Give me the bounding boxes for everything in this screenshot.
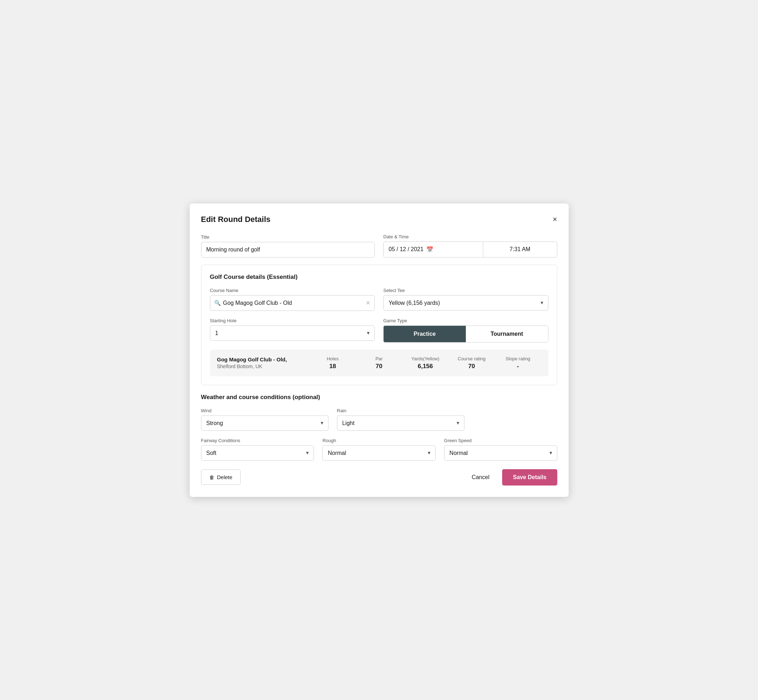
search-icon: 🔍 <box>214 300 221 306</box>
rough-label: Rough <box>323 438 435 443</box>
course-name-group: Course Name 🔍 ✕ <box>210 288 375 311</box>
datetime-row: 05 / 12 / 2021 📅 7:31 AM <box>383 242 557 258</box>
slope-rating-value: - <box>495 363 541 370</box>
rough-dropdown[interactable]: ShortNormalLong <box>323 445 435 461</box>
course-info-location: Shelford Bottom, UK <box>217 364 310 369</box>
golf-course-section-title: Golf Course details (Essential) <box>210 273 548 281</box>
weather-section-title: Weather and course conditions (optional) <box>201 394 557 401</box>
holes-value: 18 <box>310 363 356 370</box>
datetime-field-group: Date & Time 05 / 12 / 2021 📅 7:31 AM <box>383 234 557 258</box>
wind-dropdown[interactable]: NoneLightModerateStrongVery Strong <box>201 416 329 431</box>
tournament-toggle-button[interactable]: Tournament <box>466 326 548 342</box>
modal-title: Edit Round Details <box>201 215 271 224</box>
time-value: 7:31 AM <box>510 246 531 253</box>
cancel-button[interactable]: Cancel <box>466 470 495 485</box>
wind-label: Wind <box>201 408 329 413</box>
starting-hole-gametype-row: Starting Hole 1234 5678 910 ▾ Game Type … <box>210 318 548 342</box>
calendar-icon: 📅 <box>426 246 434 253</box>
rain-group: Rain NoneLightModerateHeavy ▾ <box>337 408 464 431</box>
title-label: Title <box>201 234 375 240</box>
course-par-stat: Par 70 <box>356 356 402 370</box>
wind-group: Wind NoneLightModerateStrongVery Strong … <box>201 408 329 431</box>
course-holes-stat: Holes 18 <box>310 356 356 370</box>
select-tee-wrap: Yellow (6,156 yards) White Red Blue ▾ <box>383 295 548 311</box>
select-tee-group: Select Tee Yellow (6,156 yards) White Re… <box>383 288 548 311</box>
modal-header: Edit Round Details × <box>201 215 557 224</box>
practice-toggle-button[interactable]: Practice <box>384 326 466 342</box>
game-type-group: Game Type Practice Tournament <box>383 318 548 342</box>
starting-hole-label: Starting Hole <box>210 318 375 323</box>
course-rating-label: Course rating <box>448 356 495 361</box>
trash-icon: 🗑 <box>209 475 214 480</box>
date-value: 05 / 12 / 2021 <box>388 246 423 253</box>
slope-rating-label: Slope rating <box>495 356 541 361</box>
slope-rating-stat: Slope rating - <box>495 356 541 370</box>
fairway-dropdown[interactable]: SoftNormalHard <box>201 445 314 461</box>
date-field[interactable]: 05 / 12 / 2021 📅 <box>383 242 483 258</box>
edit-round-modal: Edit Round Details × Title Date & Time 0… <box>190 203 568 497</box>
rain-dropdown[interactable]: NoneLightModerateHeavy <box>337 416 464 431</box>
fairway-rough-green-row: Fairway Conditions SoftNormalHard ▾ Roug… <box>201 438 557 461</box>
datetime-label: Date & Time <box>383 234 557 239</box>
par-value: 70 <box>356 363 402 370</box>
wind-select-wrap: NoneLightModerateStrongVery Strong ▾ <box>201 416 329 431</box>
course-name-tee-row: Course Name 🔍 ✕ Select Tee Yellow (6,156… <box>210 288 548 311</box>
yards-value: 6,156 <box>402 363 448 370</box>
green-speed-dropdown[interactable]: SlowNormalFastVery Fast <box>444 445 557 461</box>
par-label: Par <box>356 356 402 361</box>
clear-course-icon[interactable]: ✕ <box>366 300 370 306</box>
fairway-group: Fairway Conditions SoftNormalHard ▾ <box>201 438 314 461</box>
course-rating-stat: Course rating 70 <box>448 356 495 370</box>
title-input[interactable] <box>201 242 375 258</box>
footer-right: Cancel Save Details <box>466 469 557 486</box>
select-tee-dropdown[interactable]: Yellow (6,156 yards) White Red Blue <box>383 295 548 311</box>
delete-label: Delete <box>217 474 232 480</box>
yards-label: Yards(Yellow) <box>402 356 448 361</box>
rain-select-wrap: NoneLightModerateHeavy ▾ <box>337 416 464 431</box>
title-datetime-row: Title Date & Time 05 / 12 / 2021 📅 7:31 … <box>201 234 557 258</box>
wind-rain-row: Wind NoneLightModerateStrongVery Strong … <box>201 408 464 431</box>
course-rating-value: 70 <box>448 363 495 370</box>
rough-group: Rough ShortNormalLong ▾ <box>323 438 435 461</box>
weather-section: Weather and course conditions (optional)… <box>201 394 557 461</box>
green-speed-label: Green Speed <box>444 438 557 443</box>
course-name-location: Gog Magog Golf Club - Old, Shelford Bott… <box>217 356 310 369</box>
holes-label: Holes <box>310 356 356 361</box>
fairway-select-wrap: SoftNormalHard ▾ <box>201 445 314 461</box>
starting-hole-group: Starting Hole 1234 5678 910 ▾ <box>210 318 375 342</box>
fairway-label: Fairway Conditions <box>201 438 314 443</box>
save-button[interactable]: Save Details <box>502 469 557 486</box>
course-name-input[interactable] <box>210 295 375 311</box>
game-type-toggle: Practice Tournament <box>383 325 548 342</box>
starting-hole-wrap: 1234 5678 910 ▾ <box>210 325 375 341</box>
course-name-search-wrap: 🔍 ✕ <box>210 295 375 311</box>
game-type-label: Game Type <box>383 318 548 323</box>
rough-select-wrap: ShortNormalLong ▾ <box>323 445 435 461</box>
course-info-name: Gog Magog Golf Club - Old, <box>217 356 310 362</box>
select-tee-label: Select Tee <box>383 288 548 293</box>
course-name-label: Course Name <box>210 288 375 293</box>
course-yards-stat: Yards(Yellow) 6,156 <box>402 356 448 370</box>
green-speed-group: Green Speed SlowNormalFastVery Fast ▾ <box>444 438 557 461</box>
time-field[interactable]: 7:31 AM <box>483 242 557 258</box>
green-speed-select-wrap: SlowNormalFastVery Fast ▾ <box>444 445 557 461</box>
delete-button[interactable]: 🗑 Delete <box>201 470 241 485</box>
starting-hole-dropdown[interactable]: 1234 5678 910 <box>210 325 375 341</box>
golf-course-section: Golf Course details (Essential) Course N… <box>201 265 557 385</box>
footer-row: 🗑 Delete Cancel Save Details <box>201 469 557 486</box>
close-button[interactable]: × <box>553 216 557 223</box>
rain-label: Rain <box>337 408 464 413</box>
title-field-group: Title <box>201 234 375 258</box>
course-info-box: Gog Magog Golf Club - Old, Shelford Bott… <box>210 350 548 376</box>
